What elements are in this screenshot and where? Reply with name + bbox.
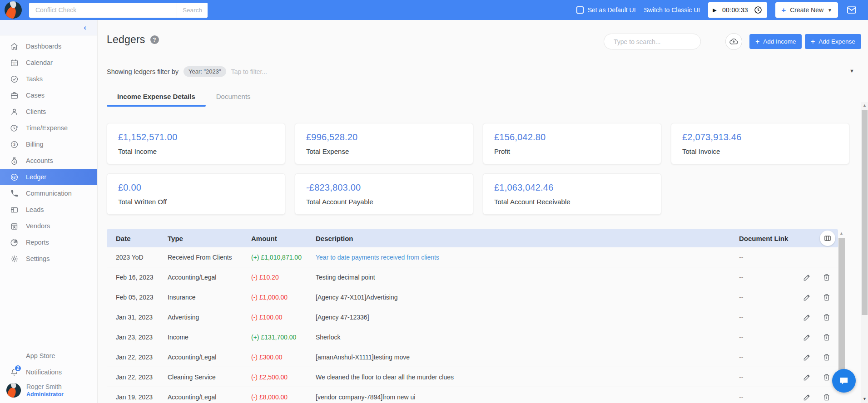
main-content: Ledgers ? + Add Income + Add Expense Sho… xyxy=(98,20,868,403)
cell-description[interactable]: Year to date payments received from clie… xyxy=(316,254,739,261)
table-row: 2023 YoD Received From Clients (+) £1,01… xyxy=(107,247,838,267)
summary-card: £0.00 Total Written Off xyxy=(107,173,285,215)
sidebar-item-leads[interactable]: Leads xyxy=(0,202,97,218)
cell-date: Jan 22, 2023 xyxy=(116,354,168,361)
cell-amount: (+) £131,700.00 xyxy=(251,334,316,341)
sidebar-item-reports[interactable]: Reports xyxy=(0,234,97,251)
create-new-button[interactable]: + Create New ▼ xyxy=(775,2,838,18)
edit-icon[interactable] xyxy=(803,273,812,282)
col-amount: Amount xyxy=(251,235,316,242)
card-amount: £996,528.20 xyxy=(306,132,462,143)
cell-type: Received From Clients xyxy=(168,254,251,261)
sidebar-item-vendors[interactable]: Vendors xyxy=(0,218,97,234)
user-name: Roger Smith xyxy=(26,383,64,390)
delete-icon[interactable] xyxy=(822,393,831,402)
cell-date: Jan 31, 2023 xyxy=(116,314,168,321)
summary-card: -£823,803.00 Total Account Payable xyxy=(295,173,473,215)
export-button[interactable] xyxy=(725,33,742,50)
cell-document-link: -- xyxy=(739,374,803,381)
avatar xyxy=(6,383,21,398)
help-icon[interactable]: ? xyxy=(150,35,159,44)
delete-icon[interactable] xyxy=(822,353,831,362)
cell-amount: (-) £2,500.00 xyxy=(251,374,316,381)
table-scrollbar-thumb[interactable] xyxy=(838,238,845,383)
summary-card: £2,073,913.46 Total Invoice xyxy=(671,123,849,164)
sidebar-item-cases[interactable]: Cases xyxy=(0,87,97,103)
page-scrollbar-thumb[interactable] xyxy=(862,110,868,315)
delete-icon[interactable] xyxy=(822,273,831,282)
column-settings-button[interactable] xyxy=(820,231,835,246)
delete-icon[interactable] xyxy=(822,373,831,382)
filter-chip-year[interactable]: Year: "2023" xyxy=(184,66,226,77)
cell-document-link: -- xyxy=(739,254,803,261)
delete-icon[interactable] xyxy=(822,313,831,322)
add-expense-button[interactable]: + Add Expense xyxy=(805,34,861,49)
home-icon xyxy=(10,42,19,51)
chat-bubble-icon xyxy=(838,375,850,387)
edit-icon[interactable] xyxy=(803,313,812,322)
scroll-down-icon[interactable]: ▼ xyxy=(863,397,867,401)
mail-icon[interactable] xyxy=(846,5,857,15)
plus-icon: + xyxy=(781,6,786,14)
sidebar-item-tasks[interactable]: Tasks xyxy=(0,71,97,87)
cell-description: Testing decimal point xyxy=(316,274,739,281)
edit-icon[interactable] xyxy=(803,373,812,382)
cell-description: [amanAnshul-X1111]testing move xyxy=(316,354,739,361)
collapse-sidebar-icon[interactable]: ‹ xyxy=(84,24,86,31)
cell-type: Accounting/Legal xyxy=(168,393,251,401)
tab-documents[interactable]: Documents xyxy=(206,88,261,106)
sidebar-item-time[interactable]: Time/Expense xyxy=(0,120,97,136)
cell-date: Jan 19, 2023 xyxy=(116,393,168,401)
timer-widget[interactable]: ▶ 00:00:33 xyxy=(708,2,767,18)
cell-description: [Agency 47-12336] xyxy=(316,314,739,321)
set-default-ui-toggle[interactable]: Set as Default UI xyxy=(576,6,636,14)
default-ui-checkbox[interactable] xyxy=(576,6,584,14)
edit-icon[interactable] xyxy=(803,353,812,362)
time-icon xyxy=(10,124,19,133)
phone-icon xyxy=(10,189,19,198)
sidebar-item-notifications[interactable]: 2 Notifications xyxy=(0,364,97,380)
sidebar-item-settings[interactable]: Settings xyxy=(0,251,97,267)
card-label: Total Income xyxy=(118,147,274,155)
play-icon[interactable]: ▶ xyxy=(713,7,716,13)
filter-expand-icon[interactable]: ▼ xyxy=(849,68,854,74)
user-profile[interactable]: Roger Smith Administrator xyxy=(0,380,97,401)
cell-type: Accounting/Legal xyxy=(168,274,251,281)
conflict-search-button[interactable]: Search xyxy=(177,3,208,18)
search-input[interactable] xyxy=(614,38,696,45)
sidebar-item-billing[interactable]: Billing xyxy=(0,136,97,152)
scroll-up-icon[interactable]: ▲ xyxy=(863,103,867,108)
edit-icon[interactable] xyxy=(803,333,812,342)
sidebar-item-accounts[interactable]: Accounts xyxy=(0,152,97,169)
delete-icon[interactable] xyxy=(822,293,831,302)
delete-icon[interactable] xyxy=(822,333,831,342)
sidebar-item-phone[interactable]: Communication xyxy=(0,185,97,202)
edit-icon[interactable] xyxy=(803,393,812,402)
switch-classic-ui-link[interactable]: Switch to Classic UI xyxy=(644,6,700,14)
page-scrollbar[interactable]: ▲ ▼ xyxy=(861,102,868,403)
create-new-label: Create New xyxy=(790,6,823,14)
sidebar: ‹ Dashboards Calendar Tasks Cases Client… xyxy=(0,20,98,403)
summary-cards: £1,152,571.00 Total Income £996,528.20 T… xyxy=(107,123,861,215)
sidebar-item-home[interactable]: Dashboards xyxy=(0,38,97,54)
edit-icon[interactable] xyxy=(803,293,812,302)
conflict-check-input[interactable] xyxy=(29,6,177,14)
conflict-check-box: Search xyxy=(29,3,208,18)
tabs-bar: Income Expense DetailsDocuments xyxy=(107,88,854,106)
tab-income-expense-details[interactable]: Income Expense Details xyxy=(107,88,206,106)
sidebar-item-ledger[interactable]: Ledger xyxy=(0,169,97,185)
cell-document-link: -- xyxy=(739,314,803,321)
col-description: Description xyxy=(316,235,739,242)
sidebar-item-calendar[interactable]: Calendar xyxy=(0,54,97,71)
cell-amount: (-) £1,000.00 xyxy=(251,294,316,301)
sidebar-item-clients[interactable]: Clients xyxy=(0,103,97,120)
billing-icon xyxy=(10,140,19,149)
card-amount: -£823,803.00 xyxy=(306,182,462,193)
filter-input-placeholder[interactable]: Tap to filter... xyxy=(231,68,267,75)
sidebar-item-app-store[interactable]: App Store xyxy=(0,348,97,364)
table-header: Date Type Amount Description Document Li… xyxy=(107,229,838,247)
scroll-up-icon[interactable]: ▲ xyxy=(839,231,843,236)
cell-document-link: -- xyxy=(739,354,803,361)
chat-button[interactable] xyxy=(832,369,856,393)
add-income-button[interactable]: + Add Income xyxy=(749,34,802,49)
